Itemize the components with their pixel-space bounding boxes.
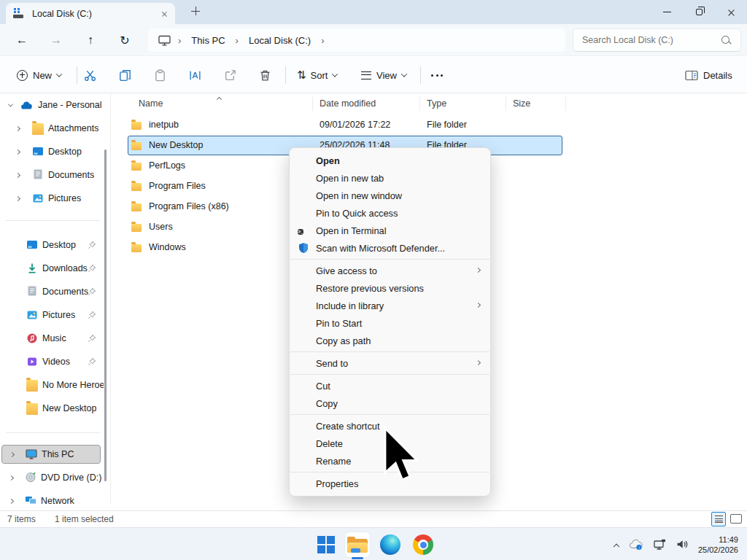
sidebar-item-pictures[interactable]: Pictures xyxy=(0,306,108,324)
copy-icon xyxy=(119,69,131,82)
sidebar-item-documents[interactable]: Documents xyxy=(0,282,108,301)
menu-item-send-to[interactable]: Send to xyxy=(290,354,490,372)
menu-item-copy[interactable]: Copy xyxy=(290,394,490,412)
delete-button[interactable] xyxy=(253,63,276,87)
back-button[interactable]: ← xyxy=(12,31,31,50)
plus-circle-icon xyxy=(17,70,28,81)
sidebar-item-this-pc[interactable]: This PC xyxy=(1,445,101,464)
column-headers: Name Date modified Type Size xyxy=(110,93,747,114)
search-box[interactable] xyxy=(573,28,741,52)
sidebar-item-videos[interactable]: Videos xyxy=(0,352,108,371)
paste-button[interactable] xyxy=(148,63,171,87)
file-row[interactable]: inetpub 09/01/2026 17:22 File folder xyxy=(110,115,747,136)
share-button[interactable] xyxy=(218,63,241,87)
rename-button[interactable] xyxy=(183,63,206,87)
start-button[interactable] xyxy=(314,532,338,557)
thumbnail-view-toggle[interactable] xyxy=(730,514,742,524)
tray-volume[interactable] xyxy=(676,539,689,550)
taskbar-file-explorer[interactable] xyxy=(345,532,370,557)
chevron-right-icon[interactable] xyxy=(15,195,20,201)
menu-separator xyxy=(290,414,489,415)
taskbar-chrome[interactable] xyxy=(411,532,436,557)
cut-button[interactable] xyxy=(78,63,101,87)
chevron-right-icon[interactable] xyxy=(15,125,20,131)
minimize-button[interactable] xyxy=(651,0,683,24)
view-button[interactable]: View xyxy=(355,63,413,87)
tab-close-icon[interactable] xyxy=(161,11,167,17)
menu-item-scan-defender[interactable]: Scan with Microsoft Defender... xyxy=(290,239,490,257)
sidebar-item-attachments[interactable]: Attachments xyxy=(0,119,108,138)
speaker-icon xyxy=(676,539,689,550)
forward-button[interactable]: → xyxy=(47,31,66,50)
column-header-size[interactable]: Size xyxy=(513,98,530,109)
menu-item-label: Open in new tab xyxy=(316,173,384,184)
pin-icon xyxy=(88,357,96,366)
menu-item-pin-start[interactable]: Pin to Start xyxy=(290,314,490,332)
file-name: Program Files (x86) xyxy=(149,201,229,211)
new-button[interactable]: New xyxy=(10,63,68,87)
taskbar-edge[interactable] xyxy=(378,532,403,557)
sidebar-item-documents-onedrive[interactable]: Documents xyxy=(0,166,108,184)
restore-button[interactable] xyxy=(683,0,715,24)
tray-network[interactable] xyxy=(654,539,666,551)
search-input[interactable] xyxy=(573,35,721,45)
menu-item-restore-versions[interactable]: Restore previous versions xyxy=(290,279,490,297)
new-tab-button[interactable] xyxy=(191,7,204,20)
menu-item-open-new-window[interactable]: Open in new window xyxy=(290,187,490,204)
column-header-name[interactable]: Name xyxy=(139,98,163,109)
this-pc-monitor-icon xyxy=(26,448,37,460)
column-header-date[interactable]: Date modified xyxy=(320,98,376,109)
menu-item-give-access[interactable]: Give access to xyxy=(290,262,490,279)
sort-button[interactable]: ⇅ Sort xyxy=(290,63,344,87)
tray-expand-button[interactable] xyxy=(614,542,619,547)
menu-item-open[interactable]: Open xyxy=(290,152,490,169)
see-more-button[interactable] xyxy=(425,63,449,87)
sort-ascending-icon xyxy=(217,97,222,102)
chevron-right-icon[interactable] xyxy=(9,498,14,503)
sidebar-item-label: Pictures xyxy=(42,310,75,320)
sidebar-item-new-desktop[interactable]: New Desktop xyxy=(0,399,108,418)
folder-icon xyxy=(131,224,142,232)
chevron-right-icon[interactable] xyxy=(15,172,20,177)
taskbar: i 11:49 25/02/2026 xyxy=(0,527,747,560)
sidebar-item-pictures-onedrive[interactable]: Pictures xyxy=(0,189,108,208)
chevron-down-icon[interactable] xyxy=(8,101,13,106)
breadcrumb-item-local-disk[interactable]: Local Disk (C:) xyxy=(246,34,314,47)
tray-onedrive[interactable]: i xyxy=(629,539,643,551)
sidebar-item-network[interactable]: Network xyxy=(0,491,108,510)
folder-icon xyxy=(131,244,142,252)
close-button[interactable] xyxy=(715,0,747,24)
chevron-right-icon[interactable] xyxy=(9,475,14,480)
clock[interactable]: 11:49 25/02/2026 xyxy=(698,534,738,555)
sidebar-item-desktop[interactable]: Desktop xyxy=(0,236,108,254)
copy-button[interactable] xyxy=(113,63,136,87)
video-icon xyxy=(26,356,38,368)
chevron-right-icon[interactable] xyxy=(15,149,20,154)
menu-item-open-terminal[interactable]: >_ Open in Terminal xyxy=(290,222,490,239)
sidebar-item-desktop-onedrive[interactable]: Desktop xyxy=(0,142,108,161)
sidebar-item-onedrive[interactable]: Jane - Personal xyxy=(0,96,108,114)
menu-item-open-new-tab[interactable]: Open in new tab xyxy=(290,169,490,187)
up-button[interactable]: ↑ xyxy=(81,31,100,50)
menu-item-pin-quick-access[interactable]: Pin to Quick access xyxy=(290,204,490,222)
desktop-icon xyxy=(32,146,44,158)
dvd-drive-icon xyxy=(25,471,36,483)
explorer-tab[interactable]: Local Disk (C:) xyxy=(6,3,175,24)
view-list-icon xyxy=(361,71,371,79)
details-pane-button[interactable]: Details xyxy=(678,63,739,87)
refresh-button[interactable]: ↻ xyxy=(115,31,134,50)
menu-item-include-library[interactable]: Include in library xyxy=(290,297,490,314)
sidebar-item-music[interactable]: Music xyxy=(0,329,108,348)
column-header-type[interactable]: Type xyxy=(427,98,446,109)
file-name: PerfLogs xyxy=(149,160,185,171)
monitor-icon[interactable] xyxy=(158,35,171,46)
sidebar-item-downloads[interactable]: Downloads xyxy=(0,259,108,278)
search-icon[interactable] xyxy=(721,35,732,46)
menu-item-copy-path[interactable]: Copy as path xyxy=(290,332,490,349)
breadcrumb-item-this-pc[interactable]: This PC xyxy=(188,34,228,47)
menu-item-cut[interactable]: Cut xyxy=(290,377,490,394)
sidebar-item-no-more-heroes[interactable]: No More Heroes xyxy=(0,376,108,394)
chevron-right-icon[interactable] xyxy=(9,451,15,456)
sidebar-item-dvd-drive[interactable]: DVD Drive (D:) E xyxy=(0,468,108,487)
details-view-toggle[interactable] xyxy=(711,512,726,526)
